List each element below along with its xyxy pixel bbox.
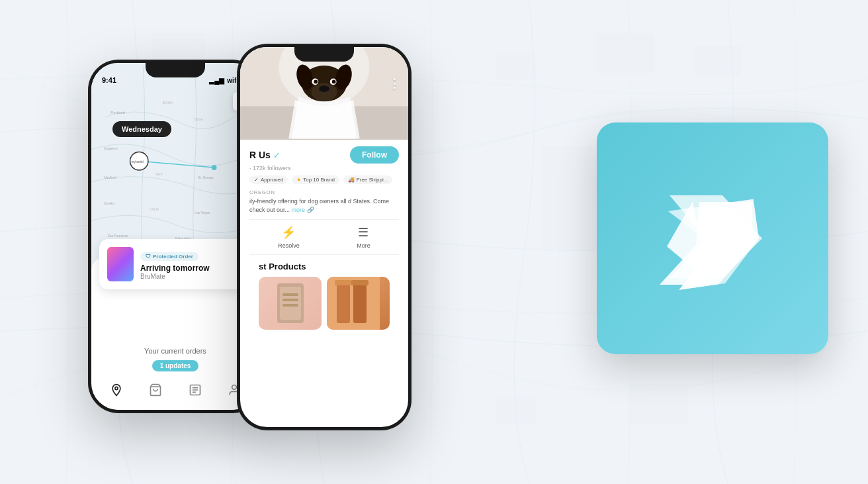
bottom-nav bbox=[91, 375, 259, 405]
svg-rect-52 bbox=[353, 283, 367, 323]
truck-icon: 🚚 bbox=[348, 177, 355, 183]
svg-text:IDAHO: IDAHO bbox=[162, 101, 173, 105]
svg-rect-54 bbox=[351, 280, 369, 285]
svg-text:Medford: Medford bbox=[105, 176, 116, 179]
more-icon: ☰ bbox=[358, 225, 369, 240]
actions-row: ⚡ Resolve ☰ More bbox=[249, 219, 399, 255]
svg-rect-49 bbox=[282, 304, 298, 307]
free-shipping-badge: 🚚 Free Shippi... bbox=[343, 175, 393, 184]
products-grid bbox=[249, 277, 399, 330]
svg-rect-5 bbox=[496, 397, 536, 424]
resolve-icon: ⚡ bbox=[281, 225, 296, 240]
status-time: 9:41 bbox=[102, 76, 116, 84]
approved-badge: ✓ Approved bbox=[249, 175, 288, 184]
nav-location-icon[interactable] bbox=[109, 383, 124, 397]
product-image bbox=[107, 247, 134, 281]
order-brand: BruMate bbox=[140, 273, 243, 280]
nav-list-icon[interactable] bbox=[188, 383, 202, 397]
more-label: More bbox=[357, 242, 370, 249]
product-image-1 bbox=[259, 277, 322, 330]
bottom-card-area: 🛡 Protected Order Arriving tomorrow BruM… bbox=[91, 258, 259, 410]
svg-point-40 bbox=[319, 85, 329, 92]
current-orders-label: Your current orders bbox=[91, 347, 259, 355]
phone-right: ⋮ R Us ✓ Follow · 172k followers ✓ Appro… bbox=[238, 45, 410, 429]
protected-badge: 🛡 Protected Order bbox=[140, 252, 198, 261]
logo-card bbox=[597, 122, 828, 354]
svg-rect-46 bbox=[280, 287, 301, 320]
resolve-label: Resolve bbox=[278, 242, 300, 249]
nav-bag-icon[interactable] bbox=[148, 383, 163, 397]
day-bubble: Wednesday bbox=[112, 121, 171, 137]
order-info: 🛡 Protected Order Arriving tomorrow BruM… bbox=[140, 249, 243, 280]
svg-rect-48 bbox=[282, 299, 298, 301]
product-card-2[interactable] bbox=[327, 277, 390, 330]
svg-rect-6 bbox=[629, 384, 688, 424]
svg-text:Eugene: Eugene bbox=[105, 146, 118, 150]
more-options-icon[interactable]: ⋮ bbox=[388, 76, 400, 91]
store-name: R Us bbox=[249, 150, 271, 160]
wifi-icon: wifi bbox=[227, 77, 238, 84]
svg-rect-47 bbox=[282, 293, 298, 296]
verified-icon: ✓ bbox=[273, 150, 281, 160]
products-title: st Products bbox=[249, 262, 399, 271]
svg-text:Eureka: Eureka bbox=[105, 202, 115, 205]
order-card[interactable]: 🛡 Protected Order Arriving tomorrow BruM… bbox=[99, 239, 251, 289]
svg-text:CALIF.: CALIF. bbox=[150, 209, 159, 212]
svg-point-44 bbox=[332, 79, 336, 83]
followers-count: · 172k followers bbox=[249, 165, 399, 171]
top-brand-badge: ★ Top 10 Brand bbox=[292, 175, 339, 184]
svg-rect-1 bbox=[496, 53, 536, 79]
svg-point-25 bbox=[212, 165, 217, 170]
more-link[interactable]: more bbox=[292, 207, 306, 213]
shield-icon: 🛡 bbox=[146, 254, 151, 260]
notch-right bbox=[294, 47, 354, 62]
current-orders-section: Your current orders 1 updates bbox=[91, 347, 259, 371]
svg-text:St. George: St. George bbox=[198, 176, 214, 179]
svg-text:Boise: Boise bbox=[195, 118, 202, 121]
svg-rect-2 bbox=[595, 33, 655, 73]
store-profile: R Us ✓ Follow · 172k followers ✓ Approve… bbox=[240, 140, 408, 330]
signal-icon: ▂▄▆ bbox=[209, 77, 224, 84]
product-image-2 bbox=[327, 277, 390, 330]
notch-left bbox=[146, 63, 205, 77]
updates-badge[interactable]: 1 updates bbox=[152, 360, 199, 371]
svg-text:Portland: Portland bbox=[110, 111, 125, 115]
svg-rect-51 bbox=[337, 283, 350, 323]
svg-rect-3 bbox=[695, 46, 741, 76]
store-badges: ✓ Approved ★ Top 10 Brand 🚚 Free Shippi.… bbox=[249, 175, 399, 184]
star-icon: ★ bbox=[296, 177, 301, 183]
product-card-1[interactable] bbox=[259, 277, 322, 330]
phone-left: 9:41 ▂▄▆ wifi 🔋 bbox=[89, 61, 261, 412]
top-brand-label: Top 10 Brand bbox=[303, 177, 335, 183]
store-header-row: R Us ✓ Follow bbox=[249, 146, 399, 164]
svg-point-31 bbox=[232, 385, 237, 390]
svg-point-43 bbox=[314, 79, 318, 83]
logo-icon bbox=[646, 172, 779, 305]
check-icon: ✓ bbox=[254, 177, 259, 183]
svg-text:San Francisco: San Francisco bbox=[107, 234, 128, 238]
svg-text:NEV.: NEV. bbox=[156, 173, 163, 176]
svg-text:Las Vegas: Las Vegas bbox=[195, 211, 210, 215]
resolve-action[interactable]: ⚡ Resolve bbox=[278, 225, 300, 249]
order-title: Arriving tomorrow bbox=[140, 264, 243, 273]
store-description: ily-friendly offering for dog owners all… bbox=[249, 197, 399, 214]
more-action[interactable]: ☰ More bbox=[357, 225, 370, 249]
store-location: OREGON bbox=[249, 189, 399, 195]
svg-rect-53 bbox=[335, 280, 352, 285]
follow-button[interactable]: Follow bbox=[350, 146, 399, 164]
store-name-row: R Us ✓ bbox=[249, 150, 281, 160]
svg-text:mylantid: mylantid bbox=[132, 160, 144, 164]
